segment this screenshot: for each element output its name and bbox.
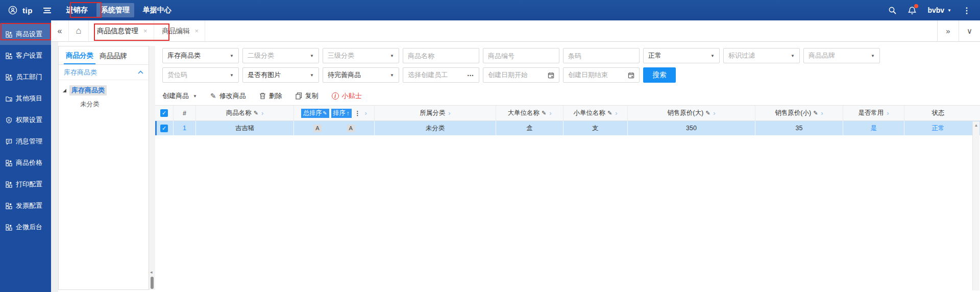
filter-flag-select[interactable]: 标识过滤 ▼ [723,48,800,63]
sidebar-item-customer-settings[interactable]: 客户设置 [0,45,51,66]
menu-item-system-management[interactable]: 系统管理 [96,3,134,17]
sidebar-item-print-config[interactable]: 打印配置 [0,174,51,195]
modify-product-button[interactable]: ✎ 修改商品 [210,91,246,101]
hamburger-icon[interactable] [43,7,52,14]
filter-barcode-input[interactable] [563,48,640,63]
tree-node-root[interactable]: 库存商品类 [63,85,144,95]
column-header-price-small[interactable]: 销售原价(小) ✎ › [755,106,843,120]
column-expand-icon[interactable]: › [365,109,367,117]
category-group-header[interactable]: 库存商品类 [59,65,149,80]
menu-item-document-center[interactable]: 单据中心 [138,3,176,17]
filter-has-image-select[interactable]: 是否有图片 ▼ [242,67,319,83]
scroll-up-icon[interactable]: ▲ [973,121,979,128]
checkbox-checked-icon[interactable]: ✓ [160,109,168,117]
edit-pencil-icon: ✎ [323,110,327,116]
filter-incomplete-product-select[interactable]: 待完善商品 ▼ [323,67,399,83]
panel-tab-product-category[interactable]: 商品分类 [64,47,95,64]
tree-expander-icon[interactable] [63,89,66,92]
filter-product-code-input[interactable] [483,48,559,63]
search-icon[interactable] [888,6,897,15]
filter-location-code-select[interactable]: 货位码 ▼ [162,67,239,83]
cell-status[interactable]: 正常 [904,121,972,135]
cell-product-name[interactable]: 吉吉猪 [196,121,294,135]
panel-splitter[interactable]: ◂ [149,46,155,290]
filter-create-date-start[interactable]: 创建日期开始 [483,67,559,83]
sidebar-item-message-management[interactable]: 消息管理 [0,131,51,152]
chevron-down-icon: ▼ [710,54,715,58]
sidebar-item-permission-settings[interactable]: 权限设置 [0,109,51,131]
table-row[interactable]: ✓ 1 吉吉猪 A A 未分类 盒 支 350 35 是 正常 [155,121,980,135]
cell-sort[interactable]: A A [294,121,375,135]
menu-item-purchase-sale[interactable]: 进销存 [62,3,92,17]
cell-common-use[interactable]: 是 [843,121,904,135]
cell-small-unit[interactable]: 支 [564,121,628,135]
column-expand-icon[interactable]: › [448,109,450,117]
filter-status-select[interactable]: 正常 ▼ [643,48,720,63]
select-all-checkbox[interactable]: ✓ [155,106,174,120]
filter-brand-select[interactable]: 商品品牌 ▼ [803,48,880,63]
column-expand-icon[interactable]: › [261,109,263,117]
close-icon[interactable]: × [195,27,199,35]
column-header-price-big[interactable]: 销售原价(大) ✎ › [628,106,755,120]
cell-category[interactable]: 未分类 [375,121,496,135]
filter-product-name-input[interactable] [403,48,479,63]
sidebar-item-invoice-config[interactable]: 发票配置 [0,195,51,216]
column-header-sort[interactable]: 总排序 ✎ 排序 ↑ ⋮ › [294,106,375,120]
panel-tab-product-brand[interactable]: 商品品牌 [97,47,129,64]
tips-button[interactable]: i 小贴士 [332,91,362,101]
column-expand-icon[interactable]: › [615,109,617,117]
column-header-big-unit[interactable]: 大单位名称 ✎ › [496,106,564,120]
tabbar-spacer [205,20,937,41]
splitter-collapse-icon[interactable]: ◂ [150,270,153,275]
column-header-index[interactable]: # [174,106,196,120]
table-scrollbar[interactable]: ▲ [972,121,979,290]
copy-button[interactable]: 复制 [296,91,318,101]
kebab-menu-icon[interactable]: ⋮ [963,6,971,15]
column-header-status[interactable]: 状态 [904,106,972,120]
avatar-icon[interactable] [8,6,17,15]
column-expand-icon[interactable]: › [549,109,551,117]
sidebar-item-wecom-backend[interactable]: 企微后台 [0,216,51,238]
home-tab-icon[interactable]: ⌂ [68,20,89,41]
column-header-category[interactable]: 所属分类 › [375,106,496,120]
cell-big-unit[interactable]: 盒 [496,121,564,135]
cell-price-small[interactable]: 35 [755,121,843,135]
column-header-common-use[interactable]: 是否常用 › [843,106,904,120]
sidebar-item-other-projects[interactable]: 其他项目 [0,88,51,109]
column-header-small-unit[interactable]: 小单位名称 ✎ › [564,106,628,120]
column-expand-icon[interactable]: › [821,109,823,117]
filter-creator-picker[interactable]: 选择创建员工 ⋯ [403,67,479,83]
tab-list-chevron-icon[interactable]: ∨ [959,20,980,41]
column-expand-icon[interactable]: › [887,109,889,117]
sidebar-item-staff-department[interactable]: 员工部门 [0,66,51,88]
create-product-button[interactable]: 创建商品 ▼ [162,91,197,101]
close-icon[interactable]: × [143,27,148,35]
notifications-bell-icon[interactable] [908,6,916,15]
sort-primary-chip[interactable]: 总排序 ✎ [301,109,329,118]
tab-product-info-management[interactable]: 商品信息管理 × [89,20,154,41]
row-checkbox[interactable]: ✓ [155,121,174,135]
checkbox-checked-icon[interactable]: ✓ [160,125,168,132]
column-expand-icon[interactable]: › [713,109,715,117]
column-header-product-name[interactable]: 商品名称 ✎ › [196,106,294,120]
delete-button[interactable]: 删除 [259,91,282,101]
splitter-thumb[interactable] [151,277,154,289]
collapse-tabs-icon[interactable]: « [51,20,68,41]
search-button[interactable]: 搜索 [643,67,676,83]
expand-tabs-icon[interactable]: » [937,20,959,41]
filter-category-level3-select[interactable]: 三级分类 ▼ [323,48,399,63]
calendar-icon [548,72,554,79]
filter-category-level2-select[interactable]: 二级分类 ▼ [242,48,319,63]
column-menu-icon[interactable]: ⋮ [355,110,361,117]
tab-product-edit[interactable]: 商品编辑 × [154,20,206,41]
user-menu[interactable]: bvbv ▼ [927,6,951,14]
sidebar-item-product-settings[interactable]: 商品设置 [0,23,51,45]
sort-secondary-chip[interactable]: 排序 ↑ [331,109,352,118]
filter-row-1: 库存商品类 ▼ 二级分类 ▼ 三级分类 ▼ 正常 ▼ 标识过滤 ▼ [162,48,980,63]
edit-pencil-icon: ✎ [607,110,612,116]
cell-price-big[interactable]: 350 [628,121,755,135]
filter-create-date-end[interactable]: 创建日期结束 [563,67,640,83]
sidebar-item-product-price[interactable]: 商品价格 [0,152,51,174]
tree-node-uncategorized[interactable]: 未分类 [80,100,144,109]
filter-category-level1-select[interactable]: 库存商品类 ▼ [162,48,239,63]
